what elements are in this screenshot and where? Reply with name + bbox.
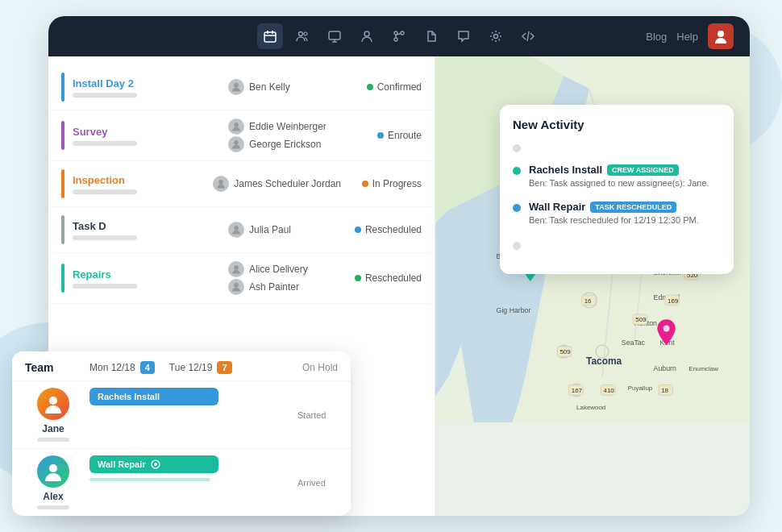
assignee-row: Eddie Weinberger xyxy=(228,118,341,135)
svg-point-15 xyxy=(234,265,239,270)
task-item[interactable]: Survey Eddie Weinberger George E xyxy=(48,110,435,161)
task-status: Enroute xyxy=(349,130,422,141)
assignee-name: George Erickson xyxy=(249,139,321,150)
alex-tasks: Wall Repair xyxy=(81,455,291,481)
task-title: Task D xyxy=(73,220,220,232)
svg-point-4 xyxy=(364,31,369,36)
task-assignees: Julia Paul xyxy=(228,222,341,238)
status-dot xyxy=(355,227,361,233)
activity-panel: New Activity Rachels Install CREW ASSIGN… xyxy=(500,105,734,274)
date-tue-label: Tue 12/19 xyxy=(169,362,213,373)
jane-sub xyxy=(37,438,69,442)
status-dot xyxy=(362,181,368,187)
activity-dot xyxy=(513,167,521,175)
date-tab-tue[interactable]: Tue 12/19 7 xyxy=(169,361,232,374)
assignee-name: Eddie Weinberger xyxy=(249,121,327,132)
status-dot xyxy=(355,275,361,281)
task-item[interactable]: Repairs Alice Delivery Ash Paint xyxy=(48,253,435,304)
assignee-row: Julia Paul xyxy=(228,222,341,238)
task-item[interactable]: Install Day 2 Ben Kelly Confirmed xyxy=(48,64,435,110)
user-avatar[interactable] xyxy=(708,23,734,49)
assignee-row: James Scheduler Jordan xyxy=(213,176,341,192)
assignee-name: Alice Delivery xyxy=(249,264,308,275)
help-link[interactable]: Help xyxy=(676,31,698,43)
task-status: In Progress xyxy=(349,178,422,189)
alex-name: Alex xyxy=(43,491,63,502)
arrived-label: Arrived xyxy=(297,478,338,488)
activity-item: Rachels Install CREW ASSIGNED Ben: Task … xyxy=(513,164,721,189)
nav-file-icon[interactable] xyxy=(418,23,444,49)
alex-task-card[interactable]: Wall Repair xyxy=(89,455,218,473)
jane-task-card[interactable]: Rachels Install xyxy=(89,388,218,405)
task-item[interactable]: Task D Julia Paul Rescheduled xyxy=(48,207,435,253)
assignee-row: Ash Painter xyxy=(228,279,341,295)
blog-link[interactable]: Blog xyxy=(646,31,667,43)
status-text: Enroute xyxy=(388,130,422,141)
team-row-jane: Jane Rachels Install Started xyxy=(12,380,351,448)
status-text: In Progress xyxy=(372,178,422,189)
assignee-name: James Scheduler Jordan xyxy=(234,178,341,189)
task-assignees: James Scheduler Jordan xyxy=(213,176,341,192)
task-status: Rescheduled xyxy=(349,224,422,235)
date-mon-badge: 4 xyxy=(140,361,155,374)
assignee-name: Julia Paul xyxy=(249,224,291,235)
task-sub-bar xyxy=(73,235,137,240)
date-tab-mon[interactable]: Mon 12/18 4 xyxy=(89,361,155,374)
date-mon-label: Mon 12/18 xyxy=(89,362,135,373)
status-text: Rescheduled xyxy=(365,224,422,235)
svg-point-12 xyxy=(234,140,239,145)
status-text: Confirmed xyxy=(377,81,422,93)
svg-text:167: 167 xyxy=(572,387,583,394)
svg-point-74 xyxy=(154,463,157,466)
nav-code-icon[interactable] xyxy=(515,23,541,49)
svg-text:Tacoma: Tacoma xyxy=(586,355,622,367)
activity-dot xyxy=(513,204,521,212)
task-assignees: Eddie Weinberger George Erickson xyxy=(228,118,341,152)
svg-text:SeaTac: SeaTac xyxy=(622,339,646,347)
svg-rect-3 xyxy=(329,31,340,39)
svg-point-10 xyxy=(234,83,239,88)
nav-right: Blog Help xyxy=(646,23,734,49)
activity-content: Rachels Install CREW ASSIGNED Ben: Task … xyxy=(529,164,709,189)
svg-text:Puyallup: Puyallup xyxy=(628,384,653,392)
task-sub-bar xyxy=(73,141,137,146)
alex-avatar xyxy=(37,455,69,488)
assignee-avatar xyxy=(228,222,244,238)
activity-panel-title: New Activity xyxy=(513,118,721,131)
team-panel: Team Mon 12/18 4 Tue 12/19 7 On Hold Jan… xyxy=(12,351,351,516)
task-info: Survey xyxy=(73,126,220,146)
task-title: Install Day 2 xyxy=(73,77,220,89)
svg-text:18: 18 xyxy=(661,387,668,394)
nav-monitor-icon[interactable] xyxy=(322,23,347,49)
nav-branch-icon[interactable] xyxy=(386,23,412,49)
task-sub-bar xyxy=(73,284,137,289)
svg-text:Lakewood: Lakewood xyxy=(576,404,605,411)
task-title: Inspection xyxy=(73,174,205,186)
svg-text:Auburn: Auburn xyxy=(654,364,676,372)
svg-point-16 xyxy=(234,283,239,288)
svg-point-6 xyxy=(394,38,397,41)
nav-chat-icon[interactable] xyxy=(451,23,476,49)
alex-sub xyxy=(37,505,69,509)
svg-text:Gig Harbor: Gig Harbor xyxy=(497,306,531,314)
task-bar xyxy=(61,169,64,198)
assignee-avatar xyxy=(228,261,244,277)
nav-gear-icon[interactable] xyxy=(483,23,509,49)
task-bar xyxy=(61,215,64,244)
map-panel: Seattle Tacoma Bremerton Poulsbo Silverd… xyxy=(435,56,750,516)
assignee-avatar xyxy=(228,279,244,295)
task-status: Confirmed xyxy=(349,81,422,93)
svg-rect-0 xyxy=(264,32,276,42)
assignee-avatar xyxy=(213,176,229,192)
svg-text:509: 509 xyxy=(635,317,647,324)
nav-calendar-icon[interactable] xyxy=(257,23,283,49)
nav-people-icon[interactable] xyxy=(289,23,315,49)
on-hold-label: On Hold xyxy=(302,362,338,373)
svg-point-1 xyxy=(299,32,303,36)
nav-person-icon[interactable] xyxy=(354,23,380,49)
assignee-name: Ash Painter xyxy=(249,281,299,293)
task-item[interactable]: Inspection James Scheduler Jordan In Pro… xyxy=(48,161,435,207)
svg-point-65 xyxy=(663,325,670,331)
assignee-avatar xyxy=(228,136,244,152)
assignee-avatar xyxy=(228,79,244,95)
